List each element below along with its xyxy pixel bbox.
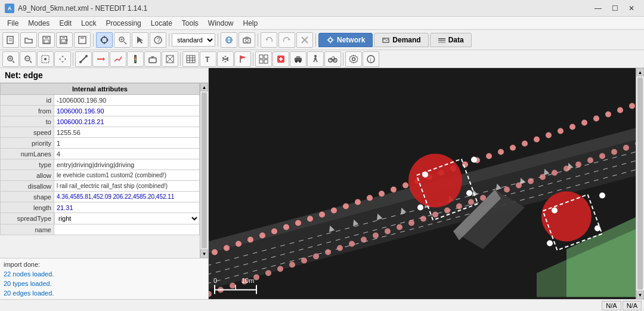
attr-val-length[interactable]: 21.31 [54,202,200,213]
tb2-move2[interactable] [217,51,234,67]
tb2-tl[interactable] [127,51,144,67]
canvas-scrollbar-v[interactable]: ▲ ▼ [636,68,644,299]
log-line-1: 22 nodes loaded. [4,269,205,279]
svg-point-179 [408,154,462,208]
svg-point-187 [552,208,558,214]
menu-locate[interactable]: Locate [146,18,177,29]
tab-data[interactable]: Data [430,33,472,47]
attr-val-to[interactable]: 1006000.218.21 [54,116,200,127]
tb2-move[interactable] [54,51,71,67]
tb2-walk[interactable] [307,51,324,67]
attr-val-from[interactable]: 1006000.196.90 [54,106,200,116]
menu-tools[interactable]: Tools [177,18,203,29]
svg-point-115 [355,199,361,205]
menu-processing[interactable]: Processing [101,18,145,29]
tb-select[interactable] [132,32,148,48]
tb2-crossing[interactable] [162,51,178,67]
tb2-zoom-in[interactable] [2,51,19,67]
status-na2[interactable]: N/A [623,301,642,310]
tab-network-label: Network [337,36,365,44]
canvas-scroll-thumb-v[interactable] [637,78,643,290]
menu-lock[interactable]: Lock [76,18,101,29]
toolbar1: ? standard Network Demand Data [0,30,644,50]
svg-point-152 [349,241,355,247]
svg-point-172 [587,158,593,164]
menu-edit[interactable]: Edit [54,18,76,29]
tb-zoom[interactable] [114,32,131,48]
svg-text:0: 0 [213,277,217,284]
tb2-car[interactable] [290,51,306,67]
tab-network[interactable]: Network [318,33,373,47]
svg-point-111 [307,216,313,222]
table-row: numLanes 4 [1,149,200,159]
tb2-info[interactable]: i [363,51,379,67]
canvas-scroll-up[interactable]: ▲ [636,68,644,76]
tb2-table[interactable] [182,51,199,67]
attr-val-id: -1006000.196.90 [54,95,200,106]
tb2-flag[interactable] [234,51,251,67]
tb2-select[interactable] [37,51,54,67]
menu-help[interactable]: Help [239,18,263,29]
tb-globe[interactable] [221,32,237,48]
svg-point-170 [564,166,569,172]
svg-point-155 [385,229,391,235]
tb2-additional[interactable] [144,51,161,67]
maximize-button[interactable]: ☐ [607,2,623,14]
svg-point-116 [367,195,373,201]
tb2-grid[interactable] [255,51,272,67]
tb-delete[interactable] [296,32,313,48]
attr-scrollbar[interactable]: ▲ ▼ [200,83,208,258]
svg-point-127 [498,149,504,155]
canvas-scroll-down[interactable]: ▼ [636,291,644,299]
tb-question[interactable]: ? [150,32,166,48]
tb-redo[interactable] [278,32,295,48]
menu-window[interactable]: Window [203,18,239,29]
svg-point-130 [534,137,540,143]
svg-point-112 [319,212,325,218]
svg-line-45 [30,61,32,63]
tb2-edge[interactable] [75,51,92,67]
svg-point-162 [468,199,474,205]
tb-undo[interactable] [261,32,277,48]
tab-demand[interactable]: Demand [374,33,428,47]
close-button[interactable]: ✕ [624,2,639,14]
tb-save3[interactable] [74,32,91,48]
tb2-connect[interactable] [110,51,126,67]
svg-rect-0 [7,36,13,44]
tb-open[interactable] [20,32,37,48]
svg-point-188 [599,193,605,199]
window-controls: — ☐ ✕ [590,2,639,14]
tb2-bike[interactable] [324,51,341,67]
svg-point-50 [79,61,82,63]
tb2-plus[interactable] [273,51,289,67]
tb2-arrow[interactable] [92,51,109,67]
mode-select[interactable]: standard [172,33,215,47]
spread-type-select[interactable]: right center [55,213,199,224]
attr-key-name: name [1,224,54,235]
panel-title: Net: edge [0,68,208,83]
attr-val-spreadType[interactable]: right center [54,213,200,224]
menu-modes[interactable]: Modes [23,18,54,29]
attr-content: Internal attributes id -1006000.196.90 f… [0,83,200,258]
menu-file[interactable]: File [2,18,23,29]
status-na1[interactable]: N/A [602,301,621,310]
tb2-zoom-out[interactable] [20,51,36,67]
attr-val-shape[interactable]: 4.36,4585.81,452.09 206.22,4585.20,452.1… [54,192,200,202]
tb-save2[interactable] [56,32,73,48]
tb-save[interactable] [38,32,55,48]
tb-camera[interactable] [239,32,255,48]
scroll-up-btn[interactable]: ▲ [200,83,208,91]
tb-pointer[interactable] [96,32,113,48]
tb-new[interactable] [2,32,19,48]
toolbar2: T i [0,50,644,68]
table-row: type entry|driving|driving|driving [1,159,200,170]
attr-key-type: type [1,159,54,170]
svg-point-145 [265,270,271,276]
tb2-text[interactable]: T [200,51,216,67]
scroll-down-btn[interactable]: ▼ [200,250,208,258]
canvas-area[interactable]: 0 10m ▲ ▼ [209,68,644,299]
tb2-settings[interactable] [345,51,362,67]
minimize-button[interactable]: — [590,2,606,14]
scroll-thumb[interactable] [202,93,207,248]
svg-point-28 [246,39,249,42]
